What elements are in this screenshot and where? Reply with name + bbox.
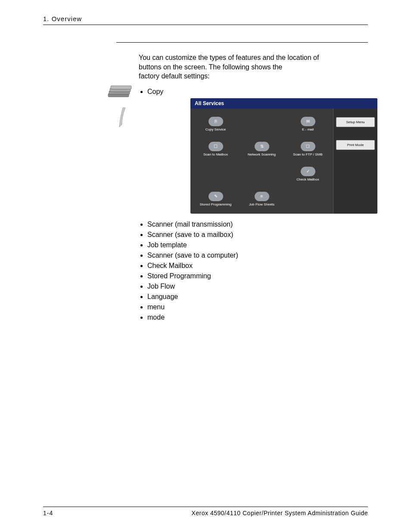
svc-scan-mailbox[interactable]: ☐ Scan to Mailbox <box>193 137 238 161</box>
svc-empty <box>285 187 330 211</box>
side-panel: Setup Menu Print Mode <box>333 109 377 214</box>
feature-list-outer: Copy All Services ⎘ Copy Service ✉ <box>147 88 368 321</box>
intro-paragraph: You can customize the types of features … <box>139 53 368 81</box>
svc-empty <box>193 162 238 186</box>
setup-menu-button[interactable]: Setup Menu <box>336 117 375 127</box>
list-item: menu <box>147 303 368 311</box>
copy-icon: ⎘ <box>209 117 223 126</box>
svc-label: Scan to Mailbox <box>203 152 228 156</box>
svc-empty <box>239 162 284 186</box>
ui-body: ⎘ Copy Service ✉ E - mail ☐ Scan to Mail… <box>190 109 377 214</box>
svc-email[interactable]: ✉ E - mail <box>285 112 330 136</box>
print-mode-button[interactable]: Print Mode <box>336 140 375 150</box>
stored-prog-icon: ✎ <box>209 192 223 201</box>
list-item: Scanner (mail transmission) <box>147 221 368 228</box>
divider <box>116 42 368 43</box>
svc-label: Job Flow Sheets <box>249 202 274 206</box>
net-scan-icon: ⇅ <box>255 142 269 151</box>
scan-mailbox-icon: ☐ <box>209 142 223 151</box>
all-services-screenshot: All Services ⎘ Copy Service ✉ E - mail <box>190 98 377 214</box>
check-mailbox-icon: ✓ <box>301 167 315 176</box>
svc-stored-programming[interactable]: ✎ Stored Programming <box>193 187 238 211</box>
page-number: 1-4 <box>43 510 53 516</box>
svc-empty <box>239 112 284 136</box>
intro-line2a: buttons on the <box>139 63 184 71</box>
svc-label: Stored Programming <box>200 202 232 206</box>
svc-label: Check Mailbox <box>296 177 319 181</box>
list-item: mode <box>147 314 368 321</box>
svc-label: Copy Service <box>206 128 226 131</box>
keypoint-icon <box>106 84 140 133</box>
svc-check-mailbox[interactable]: ✓ Check Mailbox <box>285 162 330 186</box>
footer-title: Xerox 4590/4110 Copier/Printer System Ad… <box>191 510 368 516</box>
list-item: Scanner (save to a computer) <box>147 252 368 259</box>
list-item: Job template <box>147 241 368 249</box>
copy-label: Copy <box>147 88 163 95</box>
list-item-copy: Copy All Services ⎘ Copy Service ✉ <box>147 88 368 321</box>
list-item: Check Mailbox <box>147 262 368 270</box>
svc-job-flow[interactable]: ≡ Job Flow Sheets <box>239 187 284 211</box>
job-flow-icon: ≡ <box>255 192 269 201</box>
services-grid: ⎘ Copy Service ✉ E - mail ☐ Scan to Mail… <box>190 109 333 214</box>
svc-scan-ftp[interactable]: ☐ Scan to FTP / SMB <box>285 137 330 161</box>
svc-copy[interactable]: ⎘ Copy Service <box>193 112 238 136</box>
intro-line2b: screen. The following shows the <box>184 63 282 71</box>
ui-title: All Services <box>190 98 377 109</box>
intro-line3: factory default settings: <box>139 72 210 80</box>
svc-label: Scan to FTP / SMB <box>293 152 322 156</box>
list-item: Scanner (save to a mailbox) <box>147 231 368 239</box>
intro-line1: You can customize the types of features … <box>139 54 319 61</box>
svc-network-scanning[interactable]: ⇅ Network Scanning <box>239 137 284 161</box>
feature-sublist: Scanner (mail transmission) Scanner (sav… <box>147 221 368 321</box>
svg-rect-3 <box>111 86 131 89</box>
list-item: Job Flow <box>147 283 368 290</box>
list-item: Language <box>147 293 368 301</box>
svc-label: E - mail <box>302 128 314 131</box>
section-heading: 1. Overview <box>43 15 82 22</box>
svc-label: Network Scanning <box>248 152 276 156</box>
list-item: Stored Programming <box>147 272 368 280</box>
mail-icon: ✉ <box>301 117 315 126</box>
page-footer: 1-4 Xerox 4590/4110 Copier/Printer Syste… <box>43 507 368 516</box>
scan-ftp-icon: ☐ <box>301 142 315 151</box>
